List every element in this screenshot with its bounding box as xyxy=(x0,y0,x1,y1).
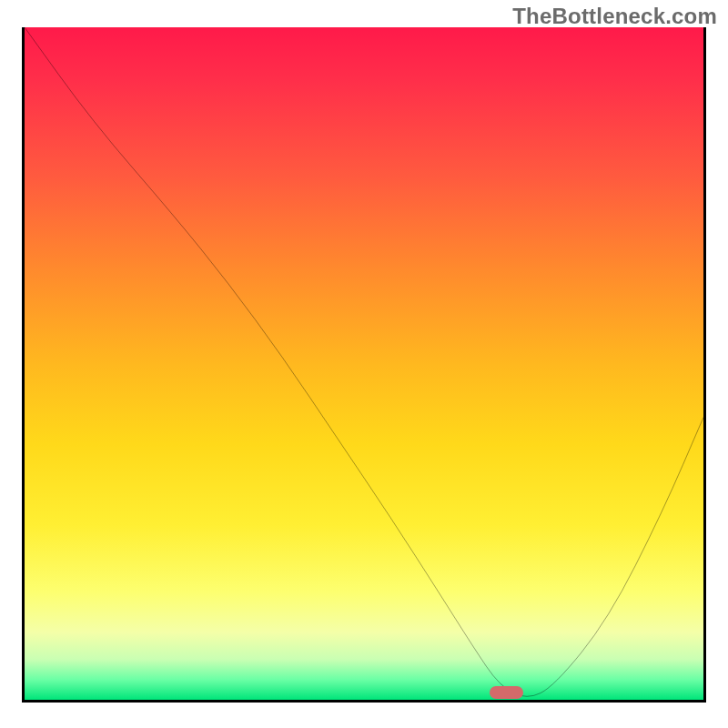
curve-svg xyxy=(25,27,703,700)
watermark-label: TheBottleneck.com xyxy=(512,4,717,29)
optimal-marker xyxy=(490,686,523,699)
chart-container: TheBottleneck.com xyxy=(0,0,728,728)
bottleneck-curve xyxy=(25,27,703,696)
plot-area xyxy=(22,27,706,703)
